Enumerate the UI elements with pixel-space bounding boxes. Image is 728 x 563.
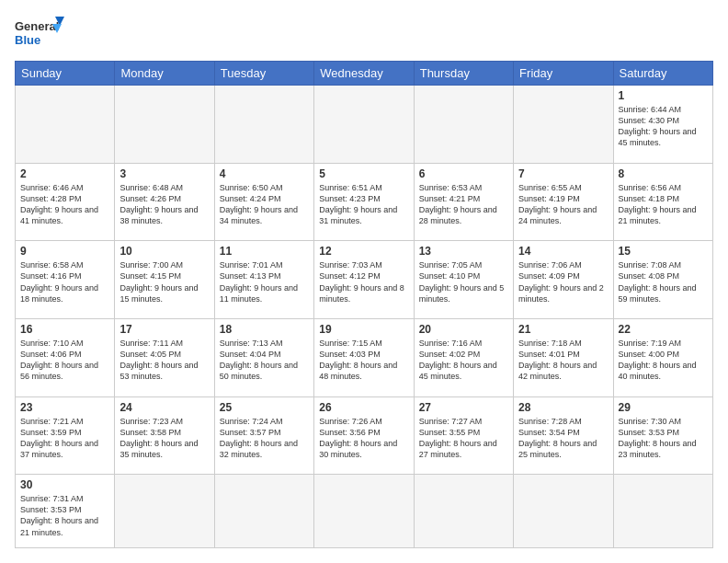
calendar-cell bbox=[314, 475, 414, 548]
day-info: Sunrise: 7:08 AM Sunset: 4:08 PM Dayligh… bbox=[619, 259, 708, 304]
calendar-cell: 16Sunrise: 7:10 AM Sunset: 4:06 PM Dayli… bbox=[16, 318, 115, 396]
calendar-cell bbox=[214, 86, 313, 164]
day-number: 13 bbox=[419, 245, 508, 258]
calendar-cell: 7Sunrise: 6:55 AM Sunset: 4:19 PM Daylig… bbox=[514, 163, 613, 241]
day-number: 12 bbox=[319, 245, 408, 258]
day-info: Sunrise: 7:19 AM Sunset: 4:00 PM Dayligh… bbox=[619, 338, 708, 383]
day-info: Sunrise: 7:31 AM Sunset: 3:53 PM Dayligh… bbox=[20, 493, 109, 538]
calendar-cell bbox=[514, 475, 613, 548]
calendar-cell bbox=[414, 475, 513, 548]
calendar-cell bbox=[16, 86, 115, 164]
day-number: 1 bbox=[619, 89, 708, 102]
calendar-cell bbox=[115, 475, 214, 548]
week-row-1: 2Sunrise: 6:46 AM Sunset: 4:28 PM Daylig… bbox=[16, 163, 713, 241]
header: GeneralBlue bbox=[15, 15, 713, 52]
day-info: Sunrise: 7:24 AM Sunset: 3:57 PM Dayligh… bbox=[220, 416, 309, 461]
day-number: 15 bbox=[619, 245, 708, 258]
calendar-cell: 26Sunrise: 7:26 AM Sunset: 3:56 PM Dayli… bbox=[314, 396, 414, 475]
day-info: Sunrise: 7:11 AM Sunset: 4:05 PM Dayligh… bbox=[119, 338, 209, 383]
day-info: Sunrise: 6:53 AM Sunset: 4:21 PM Dayligh… bbox=[419, 182, 508, 227]
day-number: 11 bbox=[220, 245, 309, 258]
day-number: 7 bbox=[518, 167, 608, 180]
day-number: 8 bbox=[619, 167, 708, 180]
calendar-cell: 3Sunrise: 6:48 AM Sunset: 4:26 PM Daylig… bbox=[115, 163, 214, 241]
day-info: Sunrise: 7:10 AM Sunset: 4:06 PM Dayligh… bbox=[20, 338, 109, 383]
day-info: Sunrise: 6:44 AM Sunset: 4:30 PM Dayligh… bbox=[619, 104, 708, 149]
weekday-header-friday: Friday bbox=[514, 62, 613, 86]
day-number: 22 bbox=[619, 323, 708, 336]
page: GeneralBlue SundayMondayTuesdayWednesday… bbox=[0, 0, 728, 563]
calendar-cell: 29Sunrise: 7:30 AM Sunset: 3:53 PM Dayli… bbox=[613, 396, 712, 475]
calendar-cell: 27Sunrise: 7:27 AM Sunset: 3:55 PM Dayli… bbox=[414, 396, 513, 475]
weekday-header-saturday: Saturday bbox=[613, 62, 712, 86]
day-info: Sunrise: 7:28 AM Sunset: 3:54 PM Dayligh… bbox=[518, 416, 608, 461]
day-info: Sunrise: 7:00 AM Sunset: 4:15 PM Dayligh… bbox=[119, 259, 209, 304]
calendar-cell: 8Sunrise: 6:56 AM Sunset: 4:18 PM Daylig… bbox=[613, 163, 712, 241]
day-info: Sunrise: 6:55 AM Sunset: 4:19 PM Dayligh… bbox=[518, 182, 608, 227]
day-number: 16 bbox=[20, 323, 109, 336]
calendar-cell: 14Sunrise: 7:06 AM Sunset: 4:09 PM Dayli… bbox=[514, 241, 613, 319]
day-info: Sunrise: 7:18 AM Sunset: 4:01 PM Dayligh… bbox=[518, 338, 608, 383]
day-number: 19 bbox=[319, 323, 408, 336]
calendar-cell: 2Sunrise: 6:46 AM Sunset: 4:28 PM Daylig… bbox=[16, 163, 115, 241]
day-number: 10 bbox=[119, 245, 209, 258]
day-info: Sunrise: 7:23 AM Sunset: 3:58 PM Dayligh… bbox=[119, 416, 209, 461]
day-number: 23 bbox=[20, 401, 109, 414]
day-number: 20 bbox=[419, 323, 508, 336]
calendar: SundayMondayTuesdayWednesdayThursdayFrid… bbox=[15, 61, 713, 548]
day-number: 25 bbox=[220, 401, 309, 414]
day-number: 2 bbox=[20, 167, 109, 180]
day-info: Sunrise: 7:16 AM Sunset: 4:02 PM Dayligh… bbox=[419, 338, 508, 383]
day-info: Sunrise: 7:27 AM Sunset: 3:55 PM Dayligh… bbox=[419, 416, 508, 461]
day-info: Sunrise: 7:06 AM Sunset: 4:09 PM Dayligh… bbox=[518, 259, 608, 304]
day-number: 24 bbox=[119, 401, 209, 414]
day-info: Sunrise: 7:26 AM Sunset: 3:56 PM Dayligh… bbox=[319, 416, 408, 461]
day-number: 9 bbox=[20, 245, 109, 258]
calendar-cell: 17Sunrise: 7:11 AM Sunset: 4:05 PM Dayli… bbox=[115, 318, 214, 396]
week-row-2: 9Sunrise: 6:58 AM Sunset: 4:16 PM Daylig… bbox=[16, 241, 713, 319]
week-row-3: 16Sunrise: 7:10 AM Sunset: 4:06 PM Dayli… bbox=[16, 318, 713, 396]
calendar-cell bbox=[214, 475, 313, 548]
svg-text:General: General bbox=[15, 19, 59, 33]
calendar-cell: 12Sunrise: 7:03 AM Sunset: 4:12 PM Dayli… bbox=[314, 241, 414, 319]
day-info: Sunrise: 6:48 AM Sunset: 4:26 PM Dayligh… bbox=[119, 182, 209, 227]
calendar-cell: 4Sunrise: 6:50 AM Sunset: 4:24 PM Daylig… bbox=[214, 163, 313, 241]
day-info: Sunrise: 6:58 AM Sunset: 4:16 PM Dayligh… bbox=[20, 259, 109, 304]
calendar-cell: 18Sunrise: 7:13 AM Sunset: 4:04 PM Dayli… bbox=[214, 318, 313, 396]
calendar-cell: 11Sunrise: 7:01 AM Sunset: 4:13 PM Dayli… bbox=[214, 241, 313, 319]
week-row-4: 23Sunrise: 7:21 AM Sunset: 3:59 PM Dayli… bbox=[16, 396, 713, 475]
day-info: Sunrise: 7:15 AM Sunset: 4:03 PM Dayligh… bbox=[319, 338, 408, 383]
day-info: Sunrise: 7:01 AM Sunset: 4:13 PM Dayligh… bbox=[220, 259, 309, 304]
weekday-header-row: SundayMondayTuesdayWednesdayThursdayFrid… bbox=[16, 62, 713, 86]
calendar-cell bbox=[115, 86, 214, 164]
generalblue-logo: GeneralBlue bbox=[15, 15, 70, 52]
calendar-cell: 21Sunrise: 7:18 AM Sunset: 4:01 PM Dayli… bbox=[514, 318, 613, 396]
calendar-cell: 1Sunrise: 6:44 AM Sunset: 4:30 PM Daylig… bbox=[613, 86, 712, 164]
calendar-cell bbox=[414, 86, 513, 164]
day-number: 14 bbox=[518, 245, 608, 258]
logo: GeneralBlue bbox=[15, 15, 70, 52]
week-row-0: 1Sunrise: 6:44 AM Sunset: 4:30 PM Daylig… bbox=[16, 86, 713, 164]
day-number: 29 bbox=[619, 401, 708, 414]
weekday-header-thursday: Thursday bbox=[414, 62, 513, 86]
calendar-cell: 15Sunrise: 7:08 AM Sunset: 4:08 PM Dayli… bbox=[613, 241, 712, 319]
weekday-header-monday: Monday bbox=[115, 62, 214, 86]
calendar-cell bbox=[613, 475, 712, 548]
day-number: 27 bbox=[419, 401, 508, 414]
calendar-cell: 23Sunrise: 7:21 AM Sunset: 3:59 PM Dayli… bbox=[16, 396, 115, 475]
day-number: 28 bbox=[518, 401, 608, 414]
calendar-cell: 13Sunrise: 7:05 AM Sunset: 4:10 PM Dayli… bbox=[414, 241, 513, 319]
weekday-header-wednesday: Wednesday bbox=[314, 62, 414, 86]
day-number: 30 bbox=[20, 478, 109, 491]
day-number: 5 bbox=[319, 167, 408, 180]
calendar-cell: 28Sunrise: 7:28 AM Sunset: 3:54 PM Dayli… bbox=[514, 396, 613, 475]
day-number: 3 bbox=[119, 167, 209, 180]
calendar-cell: 10Sunrise: 7:00 AM Sunset: 4:15 PM Dayli… bbox=[115, 241, 214, 319]
week-row-5: 30Sunrise: 7:31 AM Sunset: 3:53 PM Dayli… bbox=[16, 475, 713, 548]
day-number: 6 bbox=[419, 167, 508, 180]
calendar-cell bbox=[314, 86, 414, 164]
calendar-cell: 25Sunrise: 7:24 AM Sunset: 3:57 PM Dayli… bbox=[214, 396, 313, 475]
day-info: Sunrise: 7:03 AM Sunset: 4:12 PM Dayligh… bbox=[319, 259, 408, 304]
day-number: 18 bbox=[220, 323, 309, 336]
calendar-cell: 22Sunrise: 7:19 AM Sunset: 4:00 PM Dayli… bbox=[613, 318, 712, 396]
